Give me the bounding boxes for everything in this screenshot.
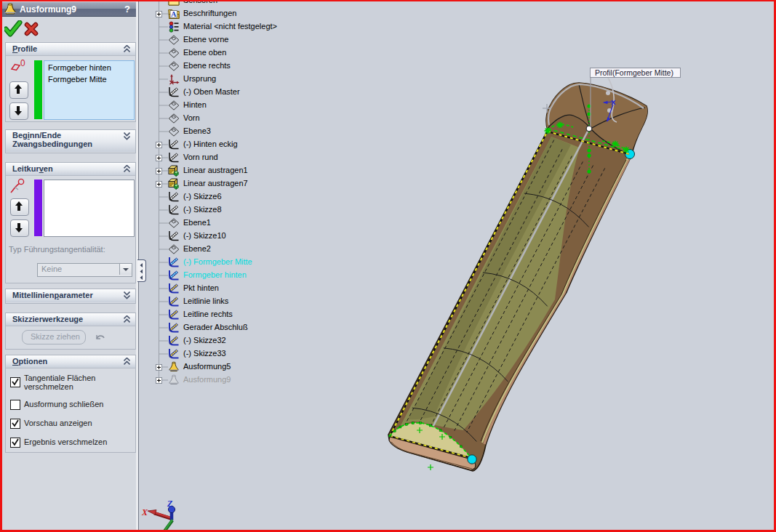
svg-text:0: 0: [20, 60, 25, 68]
svg-text:X: X: [141, 507, 148, 517]
svg-text:Z: Z: [167, 499, 173, 509]
